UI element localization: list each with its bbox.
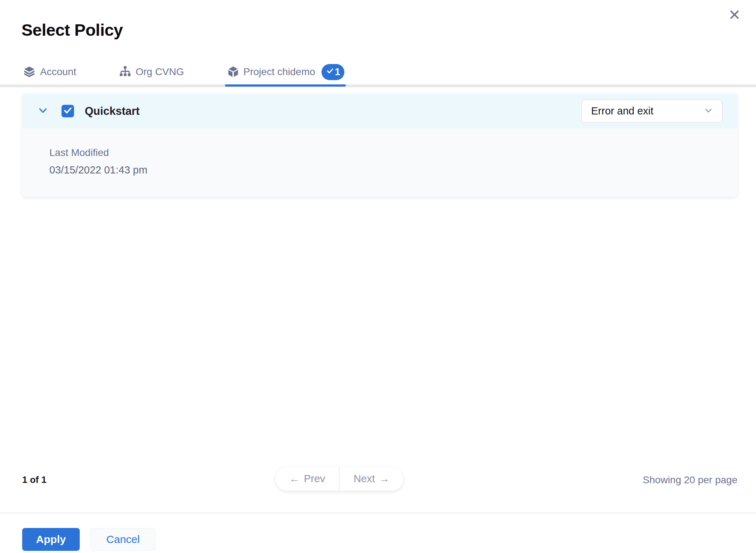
cancel-button[interactable]: Cancel [90,528,156,551]
next-button[interactable]: Next → [340,467,403,491]
failure-action-value: Error and exit [591,105,703,117]
selected-count-badge: 1 [321,64,344,80]
tab-account[interactable]: Account [22,60,76,85]
scope-tabs: Account Org CVNG Project chidemo [22,60,344,85]
prev-label: Prev [304,473,325,485]
close-button[interactable] [727,7,742,23]
arrow-right-icon: → [379,473,389,485]
check-icon [326,67,334,78]
layers-icon [22,65,36,79]
policy-name: Quickstart [85,105,139,118]
arrow-left-icon: ← [289,473,300,485]
tab-label: Project chidemo [244,66,315,78]
showing-per-page-text: Showing 20 per page [643,474,737,486]
close-icon [728,8,741,22]
page-status: 1 of 1 [22,474,46,485]
last-modified-value: 03/15/2022 01:43 pm [49,164,723,176]
tab-org-cvng[interactable]: Org CVNG [118,60,184,85]
tab-label: Org CVNG [136,66,184,78]
hierarchy-icon [118,65,132,79]
pager: ← Prev Next → [275,467,403,491]
tabs-divider [0,84,756,87]
tab-label: Account [40,66,76,78]
policy-card-quickstart: Quickstart Error and exit Last Modified … [22,94,737,197]
next-label: Next [354,473,375,485]
check-icon [63,106,73,117]
footer-divider [0,513,756,513]
policy-card-details: Last Modified 03/15/2022 01:43 pm [22,128,737,197]
prev-button[interactable]: ← Prev [275,467,339,491]
chevron-down-icon [703,105,714,118]
policy-checkbox[interactable] [62,105,74,117]
last-modified-label: Last Modified [49,147,723,158]
apply-button[interactable]: Apply [22,528,80,551]
chevron-down-icon [37,104,49,118]
failure-action-select[interactable]: Error and exit [581,100,722,122]
badge-count: 1 [335,67,340,78]
page-title: Select Policy [21,20,123,40]
tab-project-chidemo[interactable]: Project chidemo 1 [226,60,345,85]
cube-icon [226,65,240,79]
policy-card-header: Quickstart Error and exit [22,94,737,128]
expand-toggle[interactable] [36,104,50,118]
